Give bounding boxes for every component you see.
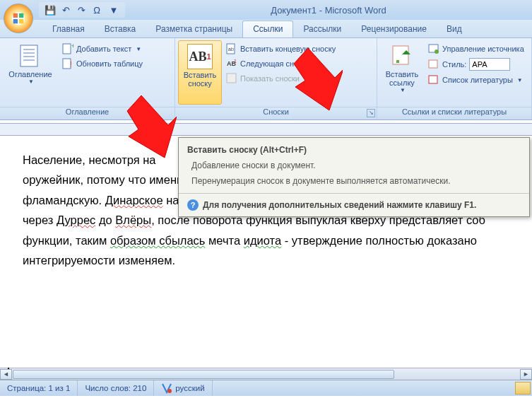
tab-references[interactable]: Ссылки xyxy=(242,21,293,37)
tooltip-insert-footnote: Вставить сноску (Alt+Ctrl+F) Добавление … xyxy=(178,137,530,217)
doc-text: Динарское xyxy=(105,194,163,206)
show-notes-label: Показать сноски xyxy=(240,74,300,83)
status-bar: Страница: 1 из 1 Число слов: 210 русский xyxy=(0,380,532,396)
dialog-launcher-icon[interactable]: ↘ xyxy=(367,109,375,117)
tab-mailings[interactable]: Рассылки xyxy=(293,21,351,37)
chevron-down-icon: ▼ xyxy=(136,46,141,52)
add-text-button[interactable]: + Добавить текст▼ xyxy=(59,42,146,56)
tooltip-line: Добавление сноски в документ. xyxy=(179,158,529,173)
quick-access-toolbar: 💾 ↶ ↷ Ω ▼ xyxy=(39,2,125,18)
manage-sources-label: Управление источника xyxy=(442,45,524,53)
show-notes-icon xyxy=(226,73,237,84)
footnote-icon: AB1 xyxy=(187,44,213,69)
chevron-down-icon: ▼ xyxy=(517,77,523,83)
save-icon[interactable]: 💾 xyxy=(43,3,57,17)
bibliography-label: Список литературы xyxy=(442,76,513,84)
scroll-thumb[interactable] xyxy=(13,370,394,379)
svg-rect-23 xyxy=(429,60,437,68)
insert-footnote-button[interactable]: AB1 Вставить сноску xyxy=(178,40,222,105)
manage-sources-button[interactable]: Управление источника xyxy=(425,42,527,56)
style-label: Стиль: xyxy=(442,60,466,69)
svg-text:!: ! xyxy=(70,61,72,69)
svg-text:+: + xyxy=(71,43,73,49)
redo-icon[interactable]: ↷ xyxy=(74,3,88,17)
tab-home[interactable]: Главная xyxy=(42,21,95,37)
group-label-citations: Ссылки и списки литературы xyxy=(377,107,531,119)
svg-rect-4 xyxy=(19,19,23,23)
svg-point-25 xyxy=(167,389,172,393)
doc-text: идиота xyxy=(244,234,281,247)
tooltip-help: ? Для получения дополнительных сведений … xyxy=(179,194,529,216)
svg-rect-18 xyxy=(227,74,236,83)
scroll-right-button[interactable]: ► xyxy=(520,369,532,380)
update-icon: ! xyxy=(62,58,73,69)
status-page[interactable]: Страница: 1 из 1 xyxy=(0,380,78,396)
insert-footnote-label: Вставить сноску xyxy=(180,71,220,88)
svg-text:1: 1 xyxy=(234,59,237,64)
ribbon-tabs: Главная Вставка Разметка страницы Ссылки… xyxy=(0,20,532,38)
toc-label: Оглавление xyxy=(8,70,52,78)
update-table-button[interactable]: ! Обновить таблицу xyxy=(59,57,146,71)
chevron-down-icon: ▼ xyxy=(28,78,34,85)
add-text-label: Добавить текст xyxy=(76,45,131,53)
svg-point-22 xyxy=(435,49,439,54)
citation-icon xyxy=(389,43,415,69)
ribbon-group-footnotes: AB1 Вставить сноску ab Вставить концевую… xyxy=(175,38,377,119)
tab-review[interactable]: Рецензирование xyxy=(351,21,437,37)
style-input[interactable] xyxy=(469,58,510,71)
doc-text: мечта xyxy=(205,234,243,247)
svg-rect-5 xyxy=(20,45,37,66)
doc-text: Влёры xyxy=(115,214,151,226)
proofing-icon xyxy=(161,382,172,394)
undo-icon[interactable]: ↶ xyxy=(59,3,73,17)
chevron-down-icon: ▼ xyxy=(400,87,406,93)
tab-insert[interactable]: Вставка xyxy=(95,21,146,37)
horizontal-scrollbar[interactable]: ◄ ► xyxy=(0,368,532,380)
doc-text: Дуррес xyxy=(57,214,95,226)
svg-text:ab: ab xyxy=(228,47,234,52)
tooltip-title: Вставить сноску (Alt+Ctrl+F) xyxy=(179,138,529,158)
doc-text: через xyxy=(23,214,57,226)
horizontal-ruler[interactable] xyxy=(0,123,532,136)
svg-rect-19 xyxy=(393,46,408,64)
style-icon xyxy=(428,59,439,70)
svg-rect-10 xyxy=(63,44,71,54)
group-label-footnotes: Сноски↘ xyxy=(175,107,377,119)
tab-view[interactable]: Вид xyxy=(437,21,472,37)
help-icon: ? xyxy=(187,199,199,211)
doc-text: интегрируемости изменяем. xyxy=(23,254,175,267)
style-selector[interactable]: Стиль: xyxy=(425,57,527,72)
insert-citation-button[interactable]: Вставить ссылку ▼ xyxy=(380,40,424,105)
svg-rect-3 xyxy=(13,19,18,23)
symbol-icon[interactable]: Ω xyxy=(90,3,104,17)
next-footnote-icon: AB1 xyxy=(226,58,237,69)
bibliography-button[interactable]: Список литературы▼ xyxy=(425,73,527,87)
status-language[interactable]: русский xyxy=(154,380,212,396)
office-button[interactable] xyxy=(4,4,33,33)
toc-icon xyxy=(18,43,43,69)
svg-rect-24 xyxy=(429,76,437,83)
tab-pagelayout[interactable]: Разметка страницы xyxy=(146,21,242,37)
ribbon-group-citations: Вставить ссылку ▼ Управление источника С… xyxy=(377,38,532,119)
ribbon: Оглавление ▼ + Добавить текст▼ ! Обновит… xyxy=(0,38,532,120)
scroll-left-button[interactable]: ◄ xyxy=(0,369,12,380)
doc-text: функции, таким xyxy=(23,234,110,247)
instruction-arrow-1 xyxy=(124,95,177,159)
title-bar: 💾 ↶ ↷ Ω ▼ Документ1 - Microsoft Word xyxy=(0,0,532,20)
doc-text: образом сбылась xyxy=(110,234,206,247)
window-title: Документ1 - Microsoft Word xyxy=(125,5,532,16)
update-label: Обновить таблицу xyxy=(76,59,143,68)
manage-sources-icon xyxy=(428,43,439,54)
svg-rect-2 xyxy=(19,13,23,18)
svg-rect-20 xyxy=(396,60,399,63)
insert-citation-label: Вставить ссылку xyxy=(382,70,422,87)
doc-text: фламандскую. xyxy=(23,194,105,206)
view-button[interactable] xyxy=(515,382,531,395)
status-wordcount[interactable]: Число слов: 210 xyxy=(78,380,154,396)
doc-text: - утверждение полностью доказано xyxy=(281,234,477,247)
toc-button[interactable]: Оглавление ▼ xyxy=(3,40,58,105)
qat-dropdown-icon[interactable]: ▼ xyxy=(107,3,121,17)
bibliography-icon xyxy=(428,74,439,86)
tooltip-line: Перенумерация сносок в документе выполня… xyxy=(179,173,529,189)
svg-rect-1 xyxy=(13,13,18,18)
